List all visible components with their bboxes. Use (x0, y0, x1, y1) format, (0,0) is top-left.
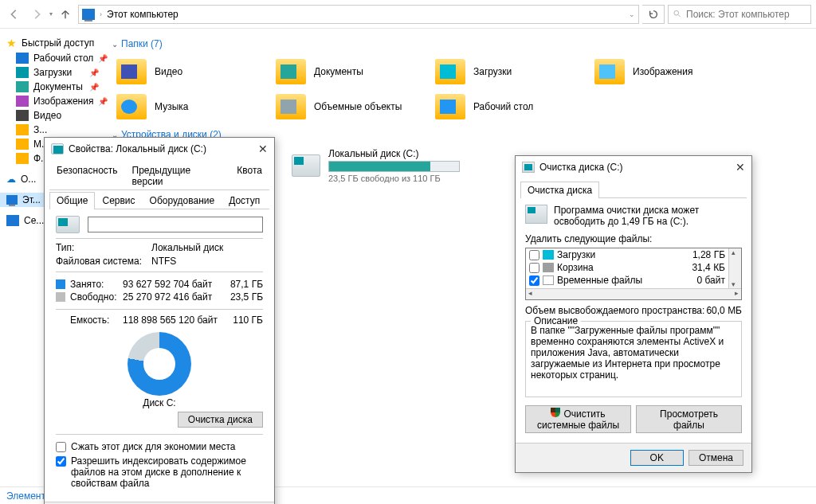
refresh-button[interactable] (642, 5, 665, 24)
folder-item[interactable]: Видео (112, 54, 271, 89)
folder-icon (435, 94, 465, 119)
sidebar-item-desktop[interactable]: Рабочий стол📌 (0, 51, 104, 65)
cleanup-icon (522, 162, 535, 173)
dialog-titlebar[interactable]: Свойства: Локальный диск (C:) ✕ (45, 138, 274, 160)
folder-item[interactable]: Документы (271, 54, 430, 89)
svg-line-1 (678, 15, 681, 18)
desktop-icon (16, 53, 29, 64)
folders-section-header[interactable]: ⌄Папки (7) (112, 38, 808, 49)
folder-item[interactable]: Объемные объекты (271, 89, 430, 124)
cleanup-dialog: Очистка диска (C:) ✕ Очистка диска Прогр… (515, 155, 752, 473)
description-box: Описание В папке ""Загруженные файлы про… (525, 321, 742, 397)
video-icon (16, 110, 29, 121)
sidebar-item[interactable]: З... (0, 123, 104, 137)
location-text: Этот компьютер (107, 9, 178, 20)
documents-icon (16, 81, 29, 92)
clean-system-button[interactable]: Очистить системные файлы (525, 405, 631, 433)
svg-point-0 (674, 10, 679, 15)
folder-icon (594, 59, 625, 84)
chevron-down-icon: ⌄ (112, 40, 118, 49)
free-color-icon (56, 292, 65, 302)
pin-icon: 📌 (89, 68, 99, 77)
folder-icon (116, 59, 147, 84)
cleanup-message: Программа очистки диска может освободить… (554, 205, 742, 227)
hscrollbar[interactable] (526, 288, 741, 299)
file-list-row[interactable]: Временные файлы0 байт (526, 274, 728, 287)
sidebar-item-documents[interactable]: Документы📌 (0, 80, 104, 94)
file-checkbox[interactable] (529, 263, 539, 273)
file-list-row[interactable]: Корзина31,4 КБ (526, 261, 728, 274)
star-icon: ★ (6, 37, 17, 49)
drive-icon (51, 143, 64, 154)
onedrive-icon: ☁ (6, 174, 16, 185)
back-button[interactable] (5, 5, 24, 24)
tabs-row-1: БезопасностьПредыдущие версииКвота (49, 162, 269, 190)
tab[interactable]: Безопасность (49, 162, 125, 189)
path-chevron-icon[interactable]: › (100, 10, 102, 18)
folder-item[interactable]: Загрузки (430, 54, 590, 89)
drive-name: Локальный диск (C:) (328, 148, 460, 159)
folder-item[interactable]: Изображения (590, 54, 749, 89)
network-icon (6, 215, 19, 226)
drive-free-text: 23,5 ГБ свободно из 110 ГБ (328, 174, 460, 183)
sidebar-item-video[interactable]: Видео (0, 108, 104, 123)
drive-icon (56, 216, 80, 233)
cleanup-icon (525, 205, 547, 224)
vscrollbar[interactable] (728, 248, 741, 288)
file-type-icon (543, 263, 554, 272)
folder-icon (435, 59, 465, 84)
close-button[interactable]: ✕ (736, 161, 745, 174)
tab[interactable]: Сервис (95, 192, 142, 209)
dialog-title: Свойства: Локальный диск (C:) (69, 143, 206, 154)
close-button[interactable]: ✕ (258, 143, 268, 155)
folder-icon (276, 94, 306, 119)
search-icon (673, 9, 681, 19)
downloads-icon (16, 67, 29, 78)
up-button[interactable] (56, 5, 75, 24)
file-checkbox[interactable] (529, 275, 539, 286)
dialog-titlebar[interactable]: Очистка диска (C:) ✕ (516, 156, 751, 178)
folder-icon (276, 59, 306, 84)
file-checkbox[interactable] (529, 250, 539, 260)
sidebar-item-pictures[interactable]: Изображения📌 (0, 94, 104, 108)
addr-dropdown-icon[interactable]: ⌄ (629, 10, 635, 18)
folders-grid: ВидеоДокументыЗагрузкиИзображенияМузыкаО… (112, 54, 808, 124)
tab[interactable]: Предыдущие версии (125, 162, 230, 189)
tabs-row-2: ОбщиеСервисОборудованиеДоступ (49, 192, 269, 209)
history-dropdown-icon[interactable]: ▾ (49, 10, 53, 18)
tab[interactable]: Общие (49, 192, 95, 209)
files-list[interactable]: Загрузки1,28 ГБКорзина31,4 КБВременные ф… (525, 248, 742, 300)
cancel-button[interactable]: Отмена (688, 450, 743, 466)
folder-icon (16, 139, 29, 150)
compress-checkbox[interactable] (56, 442, 66, 452)
pc-icon (6, 195, 18, 205)
search-box[interactable] (668, 5, 811, 24)
drive-usage-bar (328, 161, 460, 172)
sidebar-item-downloads[interactable]: Загрузки📌 (0, 65, 104, 80)
view-files-button[interactable]: Просмотреть файлы (636, 405, 742, 433)
cleanup-button[interactable]: Очистка диска (178, 412, 263, 428)
shield-icon (551, 408, 560, 417)
pin-icon: 📌 (89, 83, 99, 92)
tab-cleanup[interactable]: Очистка диска (520, 182, 599, 198)
folder-item[interactable]: Музыка (112, 89, 271, 124)
drive-label-input[interactable] (88, 217, 263, 232)
search-input[interactable] (686, 9, 806, 20)
folder-icon (16, 124, 29, 135)
folder-item[interactable]: Рабочий стол (430, 89, 590, 124)
tab[interactable]: Доступ (222, 192, 267, 209)
quick-access[interactable]: ★Быстрый доступ (0, 35, 104, 51)
tab[interactable]: Оборудование (143, 192, 222, 209)
disk-label: Диск C: (56, 397, 263, 408)
properties-dialog: Свойства: Локальный диск (C:) ✕ Безопасн… (44, 137, 275, 504)
folder-icon (16, 153, 29, 164)
address-path[interactable]: › Этот компьютер ⌄ (78, 5, 639, 24)
index-checkbox[interactable] (56, 456, 66, 467)
forward-button[interactable] (27, 5, 46, 24)
tab[interactable]: Квота (230, 162, 269, 189)
usage-donut (128, 332, 191, 396)
ok-button[interactable]: OK (630, 450, 684, 466)
file-list-row[interactable]: Загрузки1,28 ГБ (526, 248, 728, 261)
file-type-icon (543, 250, 554, 260)
used-color-icon (56, 279, 65, 289)
